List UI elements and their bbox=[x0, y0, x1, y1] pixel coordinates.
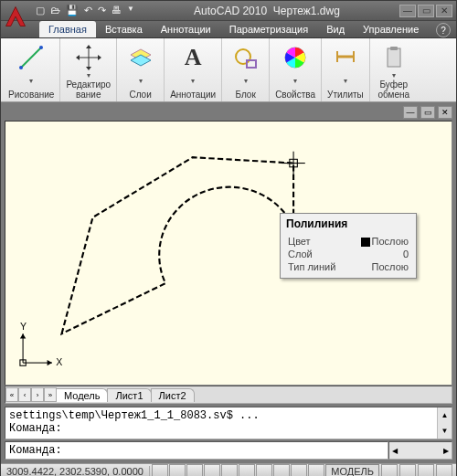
grid-toggle[interactable] bbox=[169, 464, 186, 476]
doc-restore-button[interactable]: ▭ bbox=[420, 106, 435, 119]
command-scrollbar[interactable]: ▲ ▼ bbox=[437, 407, 452, 439]
close-button[interactable]: ✕ bbox=[436, 5, 452, 17]
window-title: AutoCAD 2010 Чертеж1.dwg bbox=[134, 5, 399, 17]
group-utilities[interactable]: ▾ Утилиты bbox=[322, 38, 370, 101]
command-history: settings\temp\Чертеж1_1_1_8083.sv$ ... К… bbox=[5, 407, 452, 439]
ribbon-home-panel: ▾ Рисование ▾ Редактиро вание ▾ Слои A ▾… bbox=[1, 38, 456, 102]
layout-tab-bar: « ‹ › » Модель Лист1 Лист2 bbox=[5, 386, 452, 404]
status-toggle-buttons bbox=[152, 464, 324, 476]
layout-tab-sheet2[interactable]: Лист2 bbox=[151, 388, 195, 402]
modelspace-button[interactable]: МОДЕЛЬ bbox=[325, 464, 379, 476]
status-extra-1[interactable] bbox=[381, 464, 398, 476]
qp-toggle[interactable] bbox=[308, 464, 324, 476]
color-swatch bbox=[361, 238, 370, 247]
save-icon[interactable]: 💾 bbox=[66, 5, 79, 16]
tooltip-title: Полилиния bbox=[286, 217, 410, 230]
command-hscroll[interactable]: ◀▶ bbox=[388, 441, 452, 460]
tab-view[interactable]: Вид bbox=[317, 21, 354, 37]
layout-nav-last[interactable]: » bbox=[44, 387, 57, 402]
undo-icon[interactable]: ↶ bbox=[84, 5, 92, 16]
print-icon[interactable]: 🖶 bbox=[112, 5, 122, 16]
group-block[interactable]: ▾ Блок bbox=[222, 38, 270, 101]
quick-access-toolbar: ▢ 🗁 💾 ↶ ↷ 🖶 ▼ bbox=[36, 5, 134, 16]
svg-rect-12 bbox=[390, 47, 398, 50]
open-icon[interactable]: 🗁 bbox=[50, 5, 60, 16]
doc-close-button[interactable]: ✕ bbox=[438, 106, 452, 119]
titlebar: ▢ 🗁 💾 ↶ ↷ 🖶 ▼ AutoCAD 2010 Чертеж1.dwg —… bbox=[1, 1, 456, 21]
lwt-toggle[interactable] bbox=[291, 464, 307, 476]
status-bar: 3009.4422, 2302.5390, 0.0000 МОДЕЛЬ bbox=[1, 463, 456, 476]
osnap-toggle[interactable] bbox=[221, 464, 238, 476]
ortho-toggle[interactable] bbox=[186, 464, 203, 476]
color-wheel-icon[interactable] bbox=[280, 42, 311, 73]
maximize-button[interactable]: ▭ bbox=[418, 5, 434, 17]
new-icon[interactable]: ▢ bbox=[36, 5, 45, 16]
polar-toggle[interactable] bbox=[204, 464, 220, 476]
tab-annotate[interactable]: Аннотации bbox=[152, 21, 220, 37]
app-window: ▢ 🗁 💾 ↶ ↷ 🖶 ▼ AutoCAD 2010 Чертеж1.dwg —… bbox=[0, 0, 457, 476]
group-annotation[interactable]: A ▾ Аннотации bbox=[165, 38, 222, 101]
command-input[interactable]: Команда: bbox=[5, 441, 388, 460]
move-icon[interactable] bbox=[73, 42, 104, 73]
layers-icon[interactable] bbox=[125, 42, 156, 73]
layout-nav-first[interactable]: « bbox=[5, 387, 18, 402]
group-properties[interactable]: ▾ Свойства bbox=[270, 38, 322, 101]
line-icon[interactable] bbox=[16, 42, 47, 73]
svg-rect-11 bbox=[388, 48, 400, 67]
coordinates-display[interactable]: 3009.4422, 2302.5390, 0.0000 bbox=[1, 466, 150, 476]
tab-home[interactable]: Главная bbox=[39, 21, 96, 37]
clipboard-icon[interactable] bbox=[378, 42, 409, 73]
scroll-down-icon[interactable]: ▼ bbox=[438, 423, 452, 439]
layout-tab-sheet1[interactable]: Лист1 bbox=[107, 388, 151, 402]
dyn-toggle[interactable] bbox=[273, 464, 290, 476]
scroll-up-icon[interactable]: ▲ bbox=[438, 407, 452, 423]
svg-point-1 bbox=[19, 66, 23, 69]
qat-dropdown-icon[interactable]: ▼ bbox=[127, 5, 134, 16]
app-logo[interactable] bbox=[3, 4, 28, 29]
ducs-toggle[interactable] bbox=[256, 464, 272, 476]
block-icon[interactable] bbox=[230, 42, 261, 73]
help-button[interactable]: ? bbox=[436, 23, 451, 37]
tab-parametric[interactable]: Параметризация bbox=[220, 21, 317, 37]
status-extra-2[interactable] bbox=[399, 464, 416, 476]
layout-nav-prev[interactable]: ‹ bbox=[18, 387, 31, 402]
measure-icon[interactable] bbox=[330, 42, 361, 73]
entity-tooltip: Полилиния ЦветПослою Слой0 Тип линийПосл… bbox=[280, 213, 417, 279]
status-tray-icon[interactable] bbox=[436, 464, 452, 476]
doc-minimize-button[interactable]: — bbox=[403, 106, 418, 119]
otrack-toggle[interactable] bbox=[239, 464, 255, 476]
group-clipboard[interactable]: ▾ Буфер обмена bbox=[370, 38, 418, 101]
layout-tab-model[interactable]: Модель bbox=[56, 388, 108, 402]
drawing-area-container: — ▭ ✕ X Y bbox=[1, 102, 456, 463]
text-icon[interactable]: A bbox=[177, 42, 208, 73]
drawing-canvas[interactable]: X Y Полилиния ЦветПослою Слой0 bbox=[5, 121, 452, 386]
svg-point-5 bbox=[236, 49, 250, 64]
tab-insert[interactable]: Вставка bbox=[96, 21, 152, 37]
group-modify[interactable]: ▾ Редактиро вание bbox=[60, 38, 117, 101]
minimize-button[interactable]: — bbox=[399, 5, 416, 17]
svg-text:Y: Y bbox=[20, 321, 27, 332]
status-extra-3[interactable] bbox=[418, 464, 434, 476]
redo-icon[interactable]: ↷ bbox=[98, 5, 106, 16]
layout-nav-next[interactable]: › bbox=[31, 387, 44, 402]
group-layers[interactable]: ▾ Слои bbox=[117, 38, 165, 101]
tab-manage[interactable]: Управление bbox=[354, 21, 428, 37]
svg-point-2 bbox=[39, 46, 43, 49]
group-draw[interactable]: ▾ Рисование bbox=[3, 38, 60, 101]
ribbon-tabstrip: Главная Вставка Аннотации Параметризация… bbox=[1, 21, 456, 38]
snap-toggle[interactable] bbox=[152, 464, 168, 476]
svg-text:X: X bbox=[56, 356, 62, 367]
svg-line-0 bbox=[21, 48, 41, 68]
